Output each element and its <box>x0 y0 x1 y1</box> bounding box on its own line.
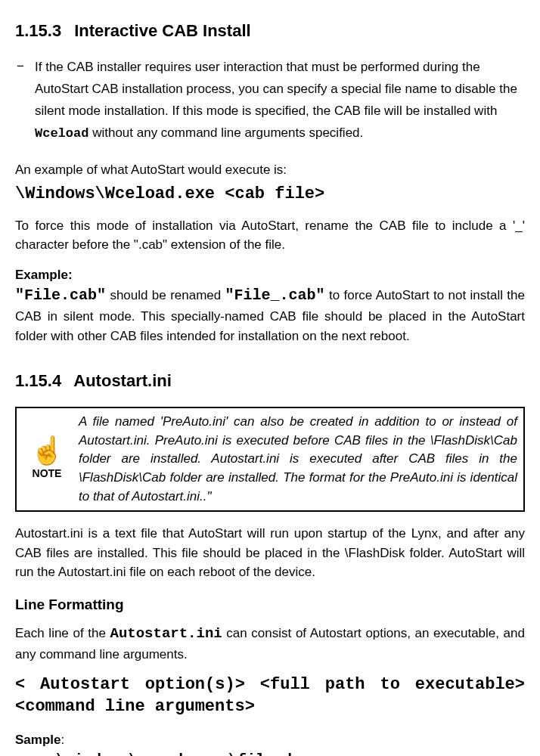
pointing-hand-icon: ☝ <box>30 437 64 464</box>
bullet-item: − If the CAB installer requires user int… <box>15 57 525 145</box>
force-mode-text: To force this mode of installation via A… <box>15 216 525 255</box>
text-fragment: Each line of the <box>15 626 110 640</box>
note-box: ☝ NOTE A file named 'PreAuto.ini' can al… <box>15 407 525 512</box>
line-formatting-heading: Line Formatting <box>15 594 525 616</box>
bullet-text: If the CAB installer requires user inter… <box>35 57 525 145</box>
sample-colon: : <box>61 733 64 747</box>
syntax-line: < Autostart option(s)> <full path to exe… <box>15 674 525 717</box>
sample-label: Sample <box>15 733 61 747</box>
sample-code-line: - \windows\pword.exe \file.doc <box>15 749 525 756</box>
heading-number: 1.15.4 <box>15 368 70 393</box>
rename-example-text: "File.cab" should be renamed "File_.cab"… <box>15 284 525 345</box>
line-formatting-text: Each line of the Autostart.ini can consi… <box>15 623 525 664</box>
example-label: Example: <box>15 265 525 285</box>
text-fragment: should be renamed <box>106 288 225 302</box>
section-heading-1-15-3: 1.15.3 Interactive CAB Install <box>15 18 525 43</box>
text-fragment: If the CAB installer requires user inter… <box>35 60 517 118</box>
example-intro-text: An example of what AutoStart would execu… <box>15 160 525 180</box>
code-inline-wceload: Wceload <box>35 126 88 141</box>
heading-title: Autostart.ini <box>73 371 172 390</box>
text-fragment: without any command line arguments speci… <box>88 125 363 140</box>
heading-title: Interactive CAB Install <box>74 21 251 40</box>
code-file-cab: "File.cab" <box>15 287 106 304</box>
autostart-body-text: Autostart.ini is a text file that AutoSt… <box>15 524 525 582</box>
section-heading-1-15-4: 1.15.4 Autostart.ini <box>15 368 525 393</box>
code-file-cab-new: "File_.cab" <box>225 287 325 304</box>
code-inline-autostart-ini: Autostart.ini <box>110 625 222 642</box>
note-text: A file named 'PreAuto.ini' can also be c… <box>71 413 517 506</box>
heading-number: 1.15.3 <box>15 18 70 43</box>
bullet-marker: − <box>15 57 35 145</box>
note-left-column: ☝ NOTE <box>23 413 71 506</box>
note-label: NOTE <box>33 466 62 482</box>
example-command: \Windows\Wceload.exe <cab file> <box>15 184 525 206</box>
